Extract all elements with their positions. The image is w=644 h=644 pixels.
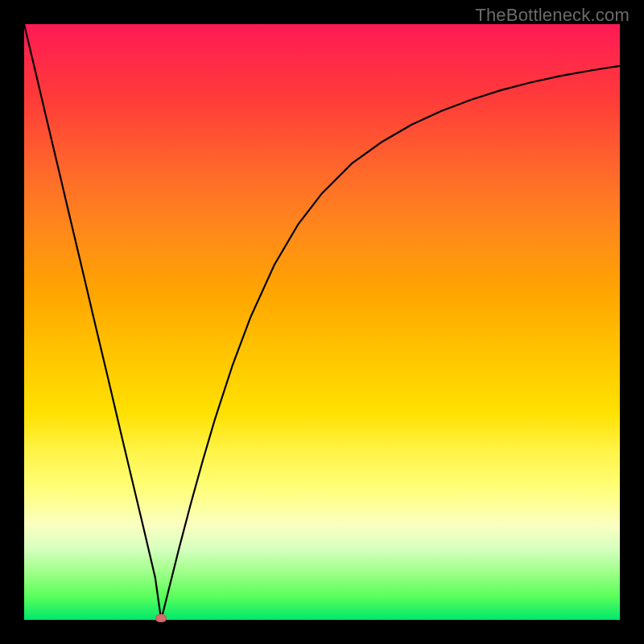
chart-frame: TheBottleneck.com	[0, 0, 644, 644]
watermark-text: TheBottleneck.com	[475, 5, 630, 26]
plot-area	[24, 24, 620, 620]
optimum-marker	[155, 614, 167, 622]
curve-path	[24, 24, 620, 620]
bottleneck-curve	[24, 24, 620, 620]
